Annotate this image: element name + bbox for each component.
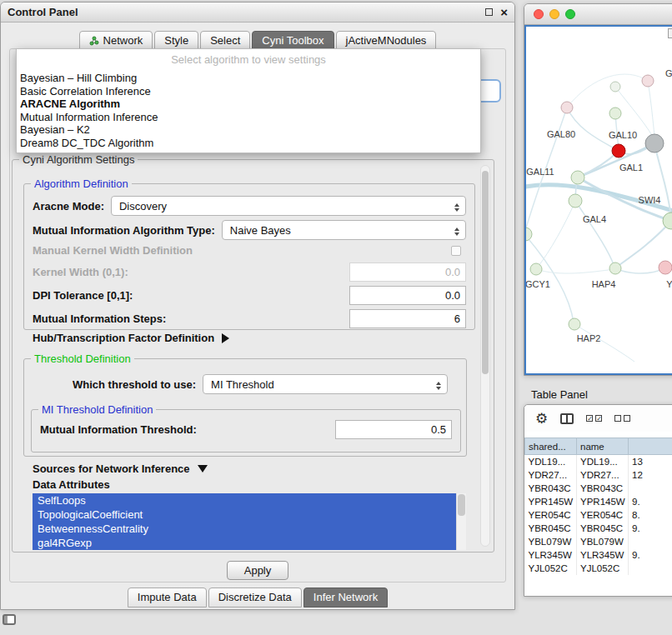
table-cell: YDR27... xyxy=(525,468,577,482)
network-node[interactable] xyxy=(569,194,582,208)
network-node[interactable] xyxy=(569,318,580,330)
data-attributes-list[interactable]: SelfLoopsTopologicalCoefficientBetweenne… xyxy=(33,493,466,550)
tab-discretize-data[interactable]: Discretize Data xyxy=(208,588,302,608)
control-panel-titlebar[interactable]: Control Panel × xyxy=(1,2,514,22)
network-window-titlebar[interactable] xyxy=(524,4,672,25)
tab-label: Network xyxy=(103,34,143,47)
network-node[interactable] xyxy=(561,102,573,113)
mi-steps-label: Mutual Information Steps: xyxy=(33,312,166,325)
mi-type-label: Mutual Information Algorithm Type: xyxy=(33,224,215,237)
algorithm-option[interactable]: Dream8 DC_TDC Algorithm xyxy=(17,137,480,150)
table-panel-toolbar: ⚙ ✓✓ xyxy=(524,405,672,432)
apply-button[interactable]: Apply xyxy=(227,561,289,580)
node-label: Y xyxy=(666,279,672,289)
algorithm-option[interactable]: Bayesian – Hill Climbing xyxy=(17,72,480,85)
collapsed-arrow-icon xyxy=(222,333,234,343)
aracne-mode-select[interactable]: Discovery xyxy=(111,196,466,216)
select-all-icon[interactable]: ✓✓ xyxy=(586,415,602,422)
panel-restore-icon[interactable] xyxy=(3,614,16,625)
network-node[interactable] xyxy=(526,228,532,241)
table-row[interactable]: YJL052CYJL052C xyxy=(525,562,672,575)
network-graph[interactable]: GALGAL80GAL10GAL11GAL1SWI4GAL4GCY1HAP4YH… xyxy=(526,27,672,375)
kernel-width-input[interactable] xyxy=(349,262,466,282)
network-node[interactable] xyxy=(645,134,664,152)
algorithm-option[interactable]: ARACNE Algorithm xyxy=(17,98,480,111)
network-node[interactable] xyxy=(610,82,620,92)
combo-arrows-icon xyxy=(454,201,459,214)
data-attributes-label: Data Attributes xyxy=(33,478,110,491)
zoom-traffic-light[interactable] xyxy=(565,9,575,19)
columns-icon[interactable] xyxy=(560,413,574,424)
mi-steps-input[interactable] xyxy=(349,309,466,328)
dpi-tolerance-input[interactable] xyxy=(349,286,466,305)
tab-impute-data[interactable]: Impute Data xyxy=(128,588,207,608)
tab-infer-network[interactable]: Infer Network xyxy=(303,588,388,608)
table-row[interactable]: YDR27...YDR27...12 xyxy=(525,468,672,482)
table-cell: YJL052C xyxy=(525,562,577,575)
mi-type-select[interactable]: Naive Bayes xyxy=(222,220,466,240)
close-traffic-light[interactable] xyxy=(534,9,544,19)
data-attribute-item[interactable]: gal4RGexp xyxy=(33,536,456,550)
column-header[interactable]: name xyxy=(577,438,629,455)
table-row[interactable]: YBR043CYBR043C xyxy=(525,482,672,495)
network-node[interactable] xyxy=(530,263,542,275)
hub-definition-disclosure[interactable]: Hub/Transcription Factor Definition xyxy=(33,332,234,344)
table-row[interactable]: YBL079WYBL079W xyxy=(525,535,672,548)
threshold-select[interactable]: MI Threshold xyxy=(203,374,448,394)
network-canvas[interactable]: GALGAL80GAL10GAL11GAL1SWI4GAL4GCY1HAP4YH… xyxy=(524,25,672,375)
close-icon[interactable]: × xyxy=(500,8,508,17)
threshold-definition-group: Threshold Definition Which threshold to … xyxy=(23,358,467,457)
window-title: Control Panel xyxy=(8,6,78,18)
node-label: GAL11 xyxy=(526,167,554,177)
table-cell xyxy=(629,535,672,548)
table-cell: YLR345W xyxy=(577,548,629,562)
node-label: GCY1 xyxy=(526,279,550,289)
table-row[interactable]: YLR345WYLR345W9. xyxy=(525,548,672,562)
table-row[interactable]: YER054CYER054C8. xyxy=(525,508,672,522)
data-attribute-item[interactable]: SelfLoops xyxy=(33,493,456,508)
settings-scrollbar[interactable] xyxy=(480,165,490,547)
scrollbar-thumb[interactable] xyxy=(458,494,465,516)
data-attribute-item[interactable]: BetweennessCentrality xyxy=(33,522,456,536)
mi-threshold-input[interactable] xyxy=(335,420,452,439)
data-attribute-item[interactable]: TopologicalCoefficient xyxy=(33,508,456,522)
float-window-button[interactable] xyxy=(485,8,493,16)
table-cell: 12 xyxy=(629,468,672,482)
deselect-all-icon[interactable] xyxy=(614,415,630,422)
table-cell: YDL19... xyxy=(525,455,577,468)
minimize-traffic-light[interactable] xyxy=(549,9,559,19)
table-cell xyxy=(629,482,672,495)
cyni-algorithm-settings-group: Cyni Algorithm Settings Algorithm Defini… xyxy=(12,159,494,552)
network-node[interactable] xyxy=(571,171,584,184)
network-node[interactable] xyxy=(659,261,672,274)
table-cell: YDR27... xyxy=(577,468,629,482)
network-node[interactable] xyxy=(642,75,654,87)
network-node[interactable] xyxy=(609,108,621,119)
group-title: Algorithm Definition xyxy=(31,178,132,190)
attributes-scrollbar[interactable] xyxy=(456,493,466,550)
column-header[interactable] xyxy=(629,438,672,455)
network-node[interactable] xyxy=(663,212,672,229)
scrollbar-thumb[interactable] xyxy=(482,171,489,374)
tab-label: Select xyxy=(210,34,240,47)
column-header[interactable]: shared... xyxy=(525,438,577,455)
table-cell: 8. xyxy=(629,508,672,522)
algorithm-option[interactable]: Mutual Information Inference xyxy=(17,111,480,124)
birdseye-toggle[interactable] xyxy=(668,28,672,38)
network-node[interactable] xyxy=(612,144,625,158)
tab-label: jActiveMNodules xyxy=(346,34,427,47)
node-label: GAL1 xyxy=(619,162,643,172)
table-cell: 13 xyxy=(629,455,672,468)
network-node[interactable] xyxy=(609,262,621,274)
algorithm-option[interactable]: Basic Correlation Inference xyxy=(17,85,480,98)
table-row[interactable]: YDL19...YDL19...13 xyxy=(525,455,672,468)
table-row[interactable]: YBR045CYBR045C9. xyxy=(525,522,672,535)
tab-label: Infer Network xyxy=(313,591,378,603)
table-cell: YDL19... xyxy=(577,455,629,468)
manual-kernel-checkbox[interactable] xyxy=(451,246,461,256)
gear-icon[interactable]: ⚙ xyxy=(535,412,548,426)
table-row[interactable]: YPR145WYPR145W9. xyxy=(525,495,672,508)
table-cell: YLR345W xyxy=(525,548,577,562)
algorithm-option[interactable]: Bayesian – K2 xyxy=(17,123,480,137)
sources-disclosure[interactable]: Sources for Network Inference xyxy=(33,460,208,478)
